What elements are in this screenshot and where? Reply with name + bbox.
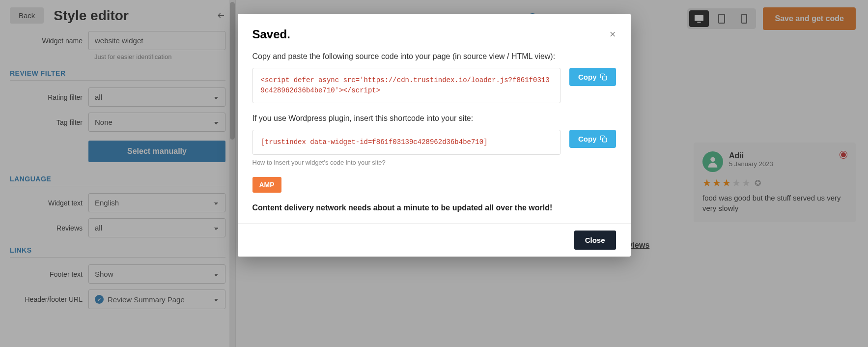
copy-source-button[interactable]: Copy <box>569 68 616 86</box>
modal-instruction-1: Copy and paste the following source code… <box>252 52 616 61</box>
modal-overlay: Saved. × Copy and paste the following so… <box>0 0 868 347</box>
cdn-note: Content delivery network needs about a m… <box>252 203 616 212</box>
modal-instruction-2: If you use Wordpress plugin, insert this… <box>252 114 616 123</box>
copy-icon <box>600 135 607 143</box>
howto-link[interactable]: How to insert your widget's code into yo… <box>252 159 616 166</box>
modal-close-icon[interactable]: × <box>610 28 616 41</box>
copy-shortcode-button[interactable]: Copy <box>569 130 616 148</box>
modal-title: Saved. <box>252 28 290 41</box>
amp-button[interactable]: AMP <box>252 177 281 193</box>
source-code-box[interactable]: <script defer async src='https://cdn.tru… <box>252 68 561 103</box>
saved-modal: Saved. × Copy and paste the following so… <box>238 14 631 257</box>
close-button[interactable]: Close <box>574 231 616 250</box>
shortcode-box[interactable]: [trustindex data-widget-id=f861f03139c42… <box>252 130 561 155</box>
svg-rect-6 <box>602 138 606 142</box>
copy-icon <box>600 73 607 81</box>
svg-rect-5 <box>602 76 606 80</box>
